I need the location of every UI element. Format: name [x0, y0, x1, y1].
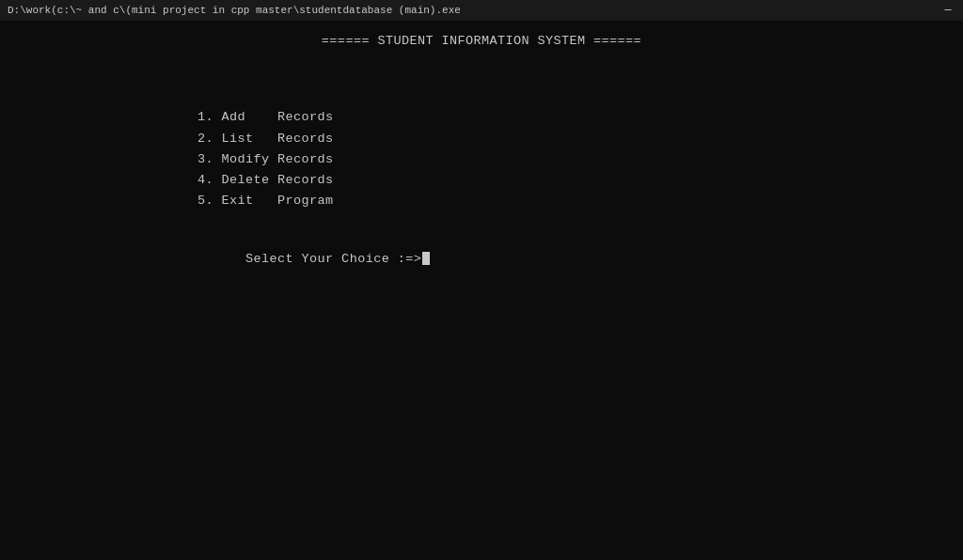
header-line: ====== STUDENT INFORMATION SYSTEM ======	[0, 28, 963, 51]
menu-item-4: 4. Delete Records	[197, 170, 963, 191]
prompt-line[interactable]: Select Your Choice :=>	[197, 231, 963, 288]
title-bar: D:\work(c:\~ and c\(mini project in cpp …	[0, 0, 963, 21]
cursor	[422, 252, 430, 265]
prompt-text: Select Your Choice :=>	[245, 252, 421, 266]
terminal-window: D:\work(c:\~ and c\(mini project in cpp …	[0, 0, 963, 560]
menu-item-5: 5. Exit Program	[197, 191, 963, 211]
title-bar-text: D:\work(c:\~ and c\(mini project in cpp …	[8, 5, 461, 16]
menu-item-3: 3. Modify Records	[197, 149, 963, 170]
title-bar-controls: —	[940, 4, 955, 17]
menu-item-1: 1. Add Records	[197, 107, 963, 128]
minimize-button[interactable]: —	[940, 4, 955, 17]
terminal-content: ====== STUDENT INFORMATION SYSTEM ======…	[0, 21, 963, 560]
menu-section: 1. Add Records 2. List Records 3. Modify…	[197, 107, 963, 211]
menu-item-2: 2. List Records	[197, 129, 963, 149]
